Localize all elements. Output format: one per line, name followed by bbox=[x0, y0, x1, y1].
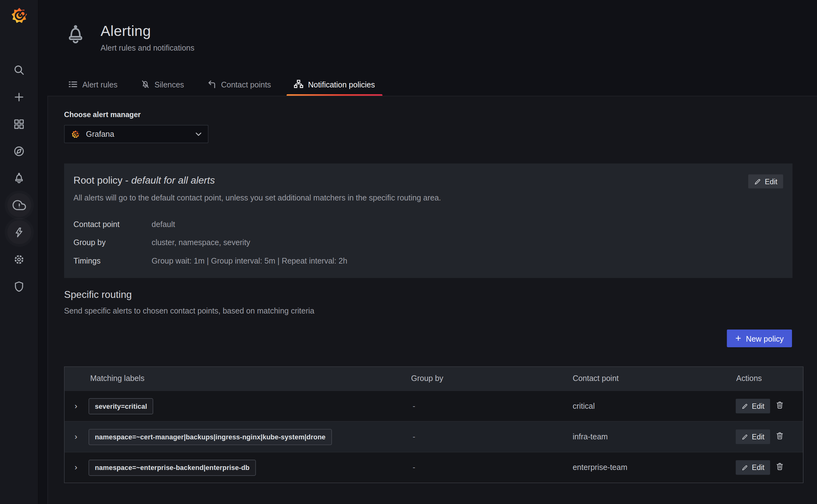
tab-label: Alert rules bbox=[82, 80, 117, 89]
table-header: Matching labels Group by Contact point A… bbox=[65, 367, 803, 390]
contact-point-value: critical bbox=[572, 401, 595, 410]
edit-policy-button[interactable]: Edit bbox=[736, 429, 770, 444]
root-policy-panel: Root policy - default for all alerts Edi… bbox=[64, 163, 793, 278]
explore-compass-icon[interactable] bbox=[0, 137, 38, 165]
alerting-bell-large-icon bbox=[65, 23, 86, 47]
tab-notification-policies[interactable]: Notification policies bbox=[287, 73, 382, 95]
specific-routing-title: Specific routing bbox=[64, 289, 132, 300]
field-timings: Timings Group wait: 1m | Group interval:… bbox=[73, 251, 783, 269]
tab-label: Contact points bbox=[221, 80, 271, 89]
alerting-bell-icon[interactable] bbox=[0, 165, 38, 192]
expand-chevron-icon[interactable]: › bbox=[74, 403, 77, 409]
page-header: Alerting Alert rules and notifications bbox=[65, 23, 194, 52]
group-by-value: - bbox=[413, 432, 415, 441]
column-actions: Actions bbox=[736, 374, 762, 383]
pencil-icon bbox=[754, 178, 761, 185]
alert-manager-label: Choose alert manager bbox=[64, 110, 141, 119]
trash-icon bbox=[775, 462, 784, 471]
root-policy-title-emphasis: default for all alerts bbox=[131, 175, 215, 186]
pencil-icon bbox=[741, 464, 748, 471]
tab-silences[interactable]: Silences bbox=[133, 73, 191, 95]
trash-icon bbox=[775, 400, 784, 410]
tab-alert-rules[interactable]: Alert rules bbox=[61, 73, 125, 95]
list-icon bbox=[68, 80, 77, 89]
expand-chevron-icon[interactable]: › bbox=[74, 464, 77, 471]
policies-table: Matching labels Group by Contact point A… bbox=[64, 367, 804, 483]
bell-slash-icon bbox=[140, 80, 150, 89]
table-row: › severity=critical - critical Edit bbox=[65, 390, 803, 421]
search-icon[interactable] bbox=[0, 56, 38, 83]
edit-policy-button[interactable]: Edit bbox=[736, 399, 770, 413]
delete-policy-button[interactable] bbox=[774, 461, 785, 472]
matcher-badge: namespace=~cert-manager|backups|ingress-… bbox=[88, 429, 332, 445]
matcher-badge: namespace=~enterprise-backend|enterprise… bbox=[88, 460, 256, 476]
trash-icon bbox=[775, 431, 784, 440]
delete-policy-button[interactable] bbox=[774, 399, 785, 411]
cloud-alerting-icon[interactable] bbox=[0, 191, 38, 219]
performance-bolt-icon[interactable] bbox=[0, 219, 38, 246]
new-policy-button[interactable]: + New policy bbox=[727, 329, 792, 347]
delete-policy-button[interactable] bbox=[774, 430, 785, 442]
dashboards-icon[interactable] bbox=[0, 110, 38, 137]
settings-gear-icon[interactable] bbox=[0, 246, 38, 273]
admin-shield-icon[interactable] bbox=[0, 273, 38, 300]
table-row: › namespace=~enterprise-backend|enterpri… bbox=[65, 452, 803, 482]
chevron-down-icon bbox=[195, 132, 201, 136]
field-contact-point: Contact point default bbox=[73, 215, 783, 233]
page-title: Alerting bbox=[101, 23, 194, 39]
contact-point-value: enterprise-team bbox=[572, 463, 627, 472]
tab-bar: Alert rules Silences Contact points bbox=[61, 73, 382, 95]
root-policy-edit-button[interactable]: Edit bbox=[748, 174, 783, 188]
specific-routing-description: Send specific alerts to chosen contact p… bbox=[64, 306, 314, 315]
corner-arrow-icon bbox=[207, 80, 216, 89]
content-pane: Choose alert manager Grafana Root policy… bbox=[47, 96, 817, 504]
alert-manager-value: Grafana bbox=[86, 130, 195, 138]
edit-policy-button[interactable]: Edit bbox=[736, 460, 770, 475]
group-by-value: - bbox=[413, 401, 415, 410]
column-matching-labels: Matching labels bbox=[90, 374, 144, 383]
expand-chevron-icon[interactable]: › bbox=[74, 434, 77, 440]
column-contact-point: Contact point bbox=[572, 374, 619, 383]
contact-point-value: infra-team bbox=[572, 432, 608, 441]
grafana-logo-icon[interactable] bbox=[10, 6, 28, 25]
matcher-badge: severity=critical bbox=[88, 398, 153, 414]
column-group-by: Group by bbox=[411, 374, 443, 383]
pencil-icon bbox=[741, 403, 748, 409]
tab-label: Notification policies bbox=[308, 80, 375, 89]
tab-contact-points[interactable]: Contact points bbox=[200, 73, 279, 95]
group-by-value: - bbox=[413, 463, 415, 472]
alert-manager-select[interactable]: Grafana bbox=[64, 125, 209, 143]
root-policy-title: Root policy - default for all alerts bbox=[73, 175, 783, 186]
plus-icon: + bbox=[735, 333, 741, 343]
root-policy-description: All alerts will go to the default contac… bbox=[73, 193, 783, 202]
table-row: › namespace=~cert-manager|backups|ingres… bbox=[65, 421, 803, 452]
grafana-logo-small-icon bbox=[71, 129, 80, 139]
add-icon[interactable] bbox=[0, 83, 38, 111]
sitemap-icon bbox=[294, 80, 303, 89]
pencil-icon bbox=[741, 433, 748, 440]
tab-label: Silences bbox=[154, 80, 184, 89]
page-subtitle: Alert rules and notifications bbox=[101, 43, 194, 52]
grafana-app: Alerting Alert rules and notifications A… bbox=[0, 0, 817, 504]
root-policy-fields: Contact point default Group by cluster, … bbox=[73, 215, 783, 270]
field-group-by: Group by cluster, namespace, severity bbox=[73, 233, 783, 251]
sidebar bbox=[0, 0, 38, 504]
